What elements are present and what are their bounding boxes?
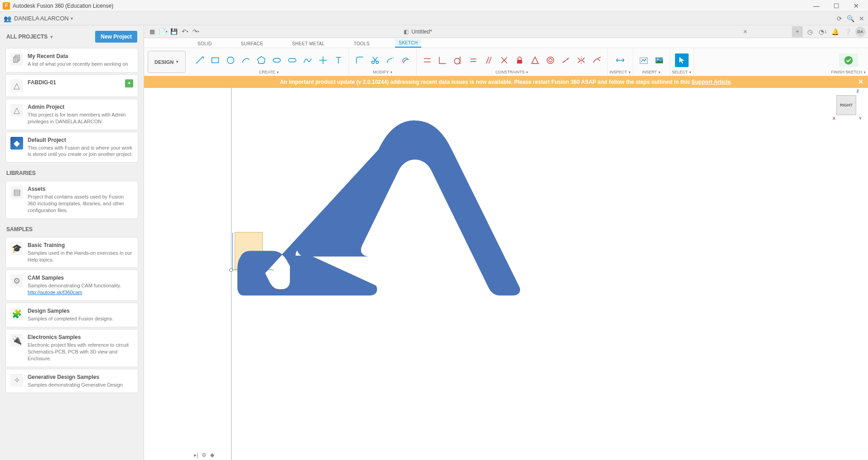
window-maximize-button[interactable]: ☐ <box>826 0 846 12</box>
spline-tool-icon[interactable] <box>301 53 314 67</box>
concentric-constraint-icon[interactable] <box>544 53 557 67</box>
all-projects-label[interactable]: ALL PROJECTS <box>6 34 48 40</box>
text-tool-icon[interactable] <box>332 53 345 67</box>
trim-tool-icon[interactable] <box>368 53 382 67</box>
tab-sheet-metal[interactable]: SHEET METAL <box>289 39 328 48</box>
sketch-shape[interactable] <box>234 120 524 301</box>
finish-sketch-button[interactable] <box>839 53 858 67</box>
point-tool-icon[interactable] <box>316 53 330 67</box>
job-status-icon[interactable]: ◔1 <box>817 26 828 37</box>
project-card-default[interactable]: ◆ Default Project This comes with Fusion… <box>5 132 138 163</box>
z-axis-line <box>232 233 233 269</box>
ellipse-tool-icon[interactable] <box>270 53 284 67</box>
constraints-group-label[interactable]: CONSTRAINTS▼ <box>495 70 528 76</box>
sample-card-cam[interactable]: ⚙ CAM Samples Samples demonstrating CAM … <box>5 270 138 301</box>
grid-apps-icon[interactable]: ▦ <box>147 26 158 37</box>
redo-icon[interactable]: ↷▾ <box>190 26 201 37</box>
library-card-assets[interactable]: ▤ Assets Project that contains assets us… <box>5 181 138 219</box>
tab-sketch[interactable]: SKETCH <box>395 39 421 48</box>
circle-tool-icon[interactable] <box>224 53 237 67</box>
fillet-tool-icon[interactable] <box>353 53 366 67</box>
assets-icon: ▤ <box>10 186 23 199</box>
parallel-constraint-icon[interactable] <box>482 53 496 67</box>
project-icon: △ <box>10 104 23 116</box>
timeline-play-icon[interactable]: ▸| <box>194 452 198 458</box>
user-avatar[interactable]: DA <box>855 27 865 37</box>
modify-group-label[interactable]: MODIFY▼ <box>373 70 393 76</box>
sample-card-generative[interactable]: ✧ Generative Design Samples Samples demo… <box>5 369 138 393</box>
window-close-button[interactable]: ✕ <box>846 0 866 12</box>
offset-tool-icon[interactable] <box>399 53 413 67</box>
electronics-icon: 🔌 <box>10 334 23 347</box>
sample-card-design[interactable]: 🧩 Design Samples Samples of completed Fu… <box>5 303 138 327</box>
select-tool-icon[interactable] <box>675 53 689 67</box>
chevron-down-icon[interactable]: ▾ <box>71 16 73 21</box>
help-icon[interactable]: ❔ <box>843 26 854 37</box>
svg-point-3 <box>273 58 281 62</box>
project-card-admin[interactable]: △ Admin Project This project is for team… <box>5 99 138 130</box>
insert-svg-icon[interactable] <box>637 53 651 67</box>
notifications-icon[interactable]: 🔔 <box>830 26 841 37</box>
horizontal-vertical-constraint-icon[interactable] <box>420 53 434 67</box>
tab-tools[interactable]: TOOLS <box>350 39 373 48</box>
chevron-down-icon[interactable]: ▾ <box>50 34 53 40</box>
symmetry-constraint-icon[interactable] <box>574 53 588 67</box>
inspect-tool-icon[interactable] <box>613 53 627 67</box>
banner-link[interactable]: Support Article <box>691 79 730 85</box>
tab-surface[interactable]: SURFACE <box>237 39 267 48</box>
card-desc: Samples demonstrating CAM functionality.… <box>28 282 133 296</box>
view-cube-face[interactable]: RIGHT <box>836 95 856 115</box>
polygon-tool-icon[interactable] <box>255 53 268 67</box>
timeline-controls[interactable]: ▸| ⚙ ◆ <box>194 452 214 458</box>
project-card-fabdig[interactable]: △ FABDIG-01 ✦ <box>5 74 138 97</box>
curvature-constraint-icon[interactable] <box>590 53 603 67</box>
sample-card-electronics[interactable]: 🔌 Electronics Samples Electronic project… <box>5 329 138 367</box>
extensions-icon[interactable]: ◷ <box>805 26 815 37</box>
equal-constraint-icon[interactable] <box>467 53 480 67</box>
create-group-label[interactable]: CREATE▼ <box>259 70 280 76</box>
coincident-constraint-icon[interactable] <box>436 53 449 67</box>
rectangle-tool-icon[interactable] <box>208 53 222 67</box>
project-card-recent[interactable]: 🗐 My Recent Data A list of what you've r… <box>5 48 138 73</box>
new-tab-button[interactable]: + <box>792 26 803 37</box>
undo-icon[interactable]: ↶▾ <box>179 26 190 37</box>
window-minimize-button[interactable]: ― <box>806 0 826 12</box>
insert-image-icon[interactable] <box>652 53 666 67</box>
insert-group-label[interactable]: INSERT▼ <box>642 70 661 76</box>
new-project-button[interactable]: New Project <box>95 31 137 43</box>
close-panel-icon[interactable]: ✕ <box>859 15 864 22</box>
midpoint-constraint-icon[interactable] <box>528 53 542 67</box>
cam-link[interactable]: http://autode.sk/f360cam <box>28 290 82 295</box>
tangent-constraint-icon[interactable] <box>451 53 465 67</box>
inspect-group-label[interactable]: INSPECT▼ <box>609 70 631 76</box>
collinear-constraint-icon[interactable] <box>559 53 573 67</box>
save-icon[interactable]: 💾 <box>169 26 179 37</box>
workspace-switcher[interactable]: DESIGN ▼ <box>148 51 186 73</box>
file-menu-icon[interactable]: 📄▾ <box>158 26 169 37</box>
refresh-icon[interactable]: ⟳ <box>837 15 842 22</box>
view-cube[interactable]: Z RIGHT X Y <box>835 92 861 118</box>
svg-point-33 <box>844 56 853 64</box>
sample-card-basic-training[interactable]: 🎓 Basic Training Samples used in the Han… <box>5 237 138 268</box>
close-tab-icon[interactable]: ✕ <box>740 27 750 37</box>
close-banner-icon[interactable]: ✕ <box>858 78 863 85</box>
search-icon[interactable]: 🔍 <box>847 15 854 22</box>
viewport[interactable]: Z RIGHT X Y ▸| ⚙ ◆ <box>144 88 868 460</box>
timeline-marker-icon[interactable]: ◆ <box>210 452 214 458</box>
finish-sketch-label[interactable]: FINISH SKETCH▼ <box>831 70 866 76</box>
line-tool-icon[interactable] <box>193 53 207 67</box>
fix-constraint-icon[interactable] <box>513 53 526 67</box>
select-group-label[interactable]: SELECT▼ <box>672 70 692 76</box>
perpendicular-constraint-icon[interactable] <box>497 53 511 67</box>
card-desc-text: Samples demonstrating CAM functionality. <box>28 283 121 288</box>
arc-tool-icon[interactable] <box>239 53 253 67</box>
tab-solid[interactable]: SOLID <box>194 39 216 48</box>
origin-point[interactable] <box>229 268 233 272</box>
slot-tool-icon[interactable] <box>285 53 299 67</box>
team-name[interactable]: DANIELA ALARCON <box>14 15 69 22</box>
extend-tool-icon[interactable] <box>384 53 397 67</box>
samples-section-label: SAMPLES <box>0 221 144 235</box>
document-tab[interactable]: ◧ Untitled* <box>358 29 477 35</box>
card-title: CAM Samples <box>28 275 133 281</box>
timeline-settings-icon[interactable]: ⚙ <box>202 452 207 458</box>
